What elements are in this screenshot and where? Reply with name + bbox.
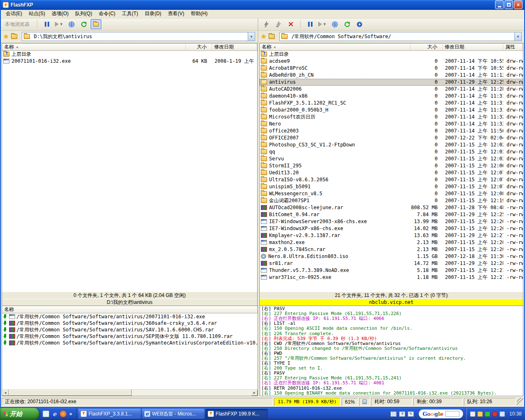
file-row[interactable]: AdbeRdr80_zh_CN02007-11-14 上午 11:12drw-r…	[260, 72, 523, 79]
file-row[interactable]: Servu02007-11-15 上午 12:03drw-rw-rw-	[260, 155, 523, 162]
parent-dir-row[interactable]: 上层目录	[2, 51, 257, 58]
file-row[interactable]: 金山词霸2007SP102007-11-15 上午 12:19drw-rw-rw…	[260, 197, 523, 204]
remote-column-attr[interactable]: 属性	[503, 43, 523, 50]
media-player-icon[interactable]	[60, 411, 66, 417]
queue-item[interactable]: /常用软件/Common Software/Software/antivirus…	[2, 326, 258, 333]
file-row[interactable]: Microsoft农历日历02007-11-14 上午 11:32drw-rw-…	[260, 114, 523, 121]
quick-connect-button[interactable]	[261, 19, 272, 29]
remote-file-list[interactable]: 上层目录acdsee902007-11-14 下午 10:55drw-rw-rw…	[260, 51, 523, 292]
queue-item[interactable]: /常用软件/Common Software/Software/antivirus…	[2, 313, 258, 320]
file-row[interactable]: WLMessengercn_v8.502007-11-15 上午 12:08dr…	[260, 190, 523, 197]
google-deskband[interactable]: Google	[419, 409, 463, 418]
file-row[interactable]: BitComet_0.94.rar7.84 MB2007-11-29 上午 12…	[260, 211, 523, 218]
dropdown-arrow-icon[interactable]: ▼	[248, 32, 255, 41]
remote-column-name[interactable]: 名称▲	[260, 43, 411, 50]
file-row[interactable]: qq02007-11-15 上午 12:03drw-rw-rw-	[260, 148, 523, 155]
queue-item[interactable]: /常用软件/Common Software/Software/antivirus…	[2, 320, 258, 326]
scroll-track[interactable]	[9, 390, 251, 396]
taskbar-task-2[interactable]: WEB迅雷 - Micros...	[142, 409, 204, 419]
file-row[interactable]: unispim5_b509102007-11-15 上午 12:07drw-rw…	[260, 183, 523, 190]
file-row[interactable]: Thunder.v5.7.3.389.NoAD.exe5.18 MB2007-1…	[260, 267, 523, 274]
parent-dir-row[interactable]: 上层目录	[260, 51, 523, 58]
local-up-folder-button[interactable]: ↑	[10, 32, 20, 41]
tray-keyboard-icon[interactable]	[470, 411, 475, 417]
tray-download-icon[interactable]	[477, 411, 483, 417]
menu-item-7[interactable]: 目录(D)	[142, 9, 165, 18]
menu-item-6[interactable]: 工具(T)	[119, 9, 141, 18]
remote-column-size[interactable]: 大小	[411, 43, 443, 50]
remote-pause-button[interactable]	[305, 19, 315, 29]
menu-item-5[interactable]: 命令(C)	[96, 9, 119, 18]
file-row[interactable]: AUTOcad2008sc-leejune.rar808.52 MB2007-1…	[260, 204, 523, 211]
scroll-left-button[interactable]: ◄	[2, 390, 9, 396]
file-row[interactable]: Acrobat8ProSC02007-11-14 下午 10:55drw-rw-…	[260, 65, 523, 72]
file-row[interactable]: sr81.rar14.72 MB2007-11-29 上午 12:28-rw-r…	[260, 260, 523, 267]
file-row[interactable]: foobar2000_0.950b3_H02007-11-14 上午 11:31…	[260, 107, 523, 114]
start-button[interactable]: 开始	[0, 408, 39, 420]
pen-icon[interactable]	[408, 411, 414, 417]
folder-view-toggle-button[interactable]	[91, 19, 101, 29]
taskbar-task-3[interactable]: FlashFXP 199.9 K...	[205, 409, 268, 419]
file-row[interactable]: maxthon2.exe2.13 MB2007-11-15 上午 12:20-r…	[260, 239, 523, 246]
queue-item[interactable]: /常用软件/Common Software/Software/antivirus…	[2, 340, 258, 346]
reconnect-button[interactable]	[273, 19, 284, 29]
file-row[interactable]: 20071101-016-i32.exe64 KB2008-1-19 上午 10…	[2, 58, 257, 65]
favorites-star-icon[interactable]: ★	[3, 33, 9, 40]
local-file-list[interactable]: 上层目录20071101-016-i32.exe64 KB2008-1-19 上…	[2, 51, 257, 292]
file-row[interactable]: AutoCAD200602007-11-14 上午 11:28drw-rw-rw…	[260, 86, 523, 93]
disconnect-button[interactable]: ✕	[285, 19, 296, 29]
log-panel[interactable]: [右] PASV[右] 227 Entering Passive Mode (6…	[260, 306, 523, 396]
taskbar-clock[interactable]: 10:38	[507, 411, 522, 417]
local-column-date[interactable]: 修改日期	[212, 43, 257, 50]
local-pause-button[interactable]	[41, 19, 52, 29]
scroll-thumb[interactable]	[9, 390, 132, 396]
remote-refresh-button[interactable]	[342, 19, 352, 29]
selected-file-row[interactable]: antivirus02007-11-29 上午 12:25drw-rw-rw-	[260, 79, 523, 86]
remote-column-date[interactable]: 修改日期	[443, 43, 503, 50]
file-row[interactable]: Nero.8.Ultra.Edition803.iso1.15 GB2007-1…	[260, 253, 523, 260]
tray-security-icon[interactable]	[492, 411, 498, 417]
google-search-input[interactable]	[445, 411, 459, 417]
keyboard-icon[interactable]	[390, 411, 397, 417]
file-row[interactable]: Photoshop_CS3_SC_V1.2-FtpDown02007-11-15…	[260, 142, 523, 148]
file-row[interactable]: Kmplayer-v2.9.3.1387.rar13.63 MB2007-11-…	[260, 232, 523, 239]
taskbar-task-1[interactable]: FlashFXP_3.3.8.1...	[78, 409, 141, 419]
remote-sync-button[interactable]	[329, 19, 340, 29]
remote-transfer-button[interactable]: ▼	[317, 19, 328, 29]
resize-grip[interactable]	[517, 398, 523, 406]
file-row[interactable]: office200302007-11-14 上午 11:56drw-rw-rw-	[260, 128, 523, 135]
remote-up-folder-button[interactable]: ↑	[268, 32, 278, 41]
file-row[interactable]: OFFICE200702007-12-22 下午 02:04drw-rw-rw-	[260, 135, 523, 142]
file-row[interactable]: mx_2.0.5.7845cn.rar2.13 MB2007-11-15 上午 …	[260, 246, 523, 253]
menu-item-3[interactable]: 选项(O)	[48, 9, 72, 18]
title-bar[interactable]: FlashFXP ×	[1, 0, 524, 10]
file-row[interactable]: StormII_29502007-11-15 上午 12:06drw-rw-rw…	[260, 162, 523, 169]
file-row[interactable]: UltraISO-v8.6.3.205602007-11-15 上午 12:07…	[260, 176, 523, 183]
file-row[interactable]: daemon410-x8602007-11-14 上午 11:31drw-rw-…	[260, 93, 523, 100]
menu-item-4[interactable]: 队列(Q)	[72, 9, 95, 18]
file-row[interactable]: FlashFXP_3.5.1.1202_RC1_SC02007-11-14 上午…	[260, 100, 523, 107]
local-sync-button[interactable]	[66, 19, 77, 29]
dropdown-arrow-icon[interactable]: ▼	[514, 32, 521, 41]
queue-list[interactable]: /常用软件/Common Software/Software/antivirus…	[2, 313, 258, 389]
menu-item-8[interactable]: 查看(V)	[164, 9, 187, 18]
queue-column-name[interactable]: 名称	[2, 306, 258, 313]
menu-item-1[interactable]: 会话(E)	[2, 9, 25, 18]
close-button[interactable]: ×	[514, 0, 523, 9]
menu-item-9[interactable]: 帮助(H)	[187, 9, 211, 18]
file-row[interactable]: wrar371sc_cn-0925.exe1.18 MB2007-11-15 上…	[260, 274, 523, 281]
file-row[interactable]: IE7-WindowsServer2003-x86-chs.exe13.99 M…	[260, 218, 523, 225]
tray-volume-icon[interactable]	[500, 411, 505, 417]
quick-launch-overflow[interactable]: »	[68, 411, 73, 417]
minimize-button[interactable]	[495, 0, 504, 9]
favorites-star-icon[interactable]: ★	[261, 33, 266, 40]
queue-item[interactable]: /常用软件/Common Software/Software/antivirus…	[2, 333, 258, 340]
menu-item-2[interactable]: 站点(S)	[25, 9, 48, 18]
ie-icon[interactable]	[51, 411, 58, 417]
show-desktop-icon[interactable]	[43, 411, 49, 417]
local-column-name[interactable]: 名称▲	[2, 43, 186, 50]
file-row[interactable]: Uedit13.2002007-11-15 上午 12:07drw-rw-rw-	[260, 169, 523, 176]
local-path-combobox[interactable]: D:\我的文档\antivirus ▼	[22, 32, 255, 41]
local-column-size[interactable]: 大小	[186, 43, 212, 50]
scroll-right-button[interactable]: ►	[251, 390, 258, 396]
